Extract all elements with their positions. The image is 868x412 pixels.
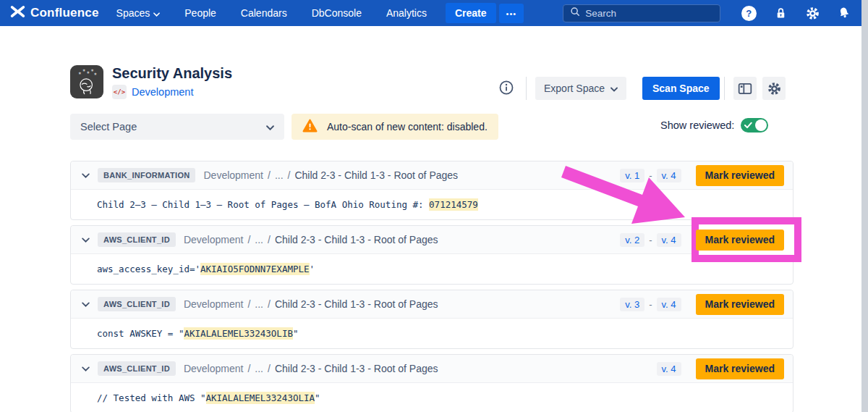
finding-card: AWS_CLIENT_ID Development / ... / Child … — [70, 290, 793, 349]
chevron-down-icon[interactable] — [82, 302, 90, 307]
svg-text:*: * — [82, 68, 85, 75]
finding-card: AWS_CLIENT_ID Development / ... / Child … — [70, 225, 793, 285]
finding-type-badge: BANK_INFORMATION — [98, 168, 195, 182]
nav-item-calendars[interactable]: Calendars — [241, 7, 287, 19]
show-reviewed-control: Show reviewed: — [660, 118, 768, 133]
mark-reviewed-button[interactable]: Mark reviewed — [696, 230, 785, 251]
mark-reviewed-button[interactable]: Mark reviewed — [696, 358, 785, 379]
chevron-down-icon[interactable] — [82, 173, 90, 178]
help-icon[interactable]: ? — [740, 4, 757, 22]
space-avatar[interactable]: ***** — [70, 65, 103, 98]
chevron-down-icon — [266, 121, 274, 133]
search-box[interactable] — [563, 4, 720, 22]
svg-text:*: * — [94, 72, 97, 78]
search-input[interactable] — [585, 8, 713, 19]
divider — [526, 77, 527, 100]
breadcrumb: Development / ... / Child 2-3 - Child 1-… — [184, 234, 438, 245]
bell-icon[interactable] — [835, 4, 853, 22]
version-range: v. 1 - v. 4 Mark reviewed — [620, 165, 784, 186]
sidebar-layout-button[interactable] — [733, 77, 757, 100]
version-link[interactable]: v. 4 — [657, 233, 681, 247]
breadcrumb-space[interactable]: Development — [184, 234, 244, 245]
confluence-mark-icon — [10, 5, 25, 22]
svg-text:*: * — [87, 70, 90, 77]
secret-highlight: AKIALALEMEL33243OLIB — [184, 327, 293, 340]
page-title: Security Analysis — [112, 65, 232, 82]
space-link[interactable]: Development — [132, 86, 193, 98]
finding-snippet: Child 2–3 – Child 1–3 – Root of Pages – … — [71, 190, 793, 219]
info-icon[interactable] — [498, 80, 516, 97]
show-reviewed-toggle[interactable] — [741, 118, 768, 133]
warning-icon — [302, 119, 318, 135]
check-icon — [744, 122, 752, 129]
breadcrumb-page[interactable]: Child 2-3 - Child 1-3 - Root of Pages — [275, 363, 438, 374]
finding-type-badge: AWS_CLIENT_ID — [98, 297, 176, 311]
window-edge — [861, 0, 868, 412]
breadcrumb-page[interactable]: Child 2-3 - Child 1-3 - Root of Pages — [275, 298, 438, 310]
finding-snippet: aws_access_key_id='AKIAIO5FODNN7EXAMPLE' — [71, 254, 793, 284]
space-settings-gear-button[interactable] — [762, 77, 786, 100]
chevron-down-icon[interactable] — [82, 237, 90, 243]
confluence-logo[interactable]: Confluence — [10, 5, 99, 22]
top-navbar: Confluence Spaces People Calendars DbCon… — [0, 0, 868, 26]
finding-header[interactable]: AWS_CLIENT_ID Development / ... / Child … — [71, 226, 793, 254]
mark-reviewed-button[interactable]: Mark reviewed — [696, 294, 785, 315]
more-menu-button[interactable]: ••• — [499, 4, 524, 23]
navbar-icon-cluster: ? — [740, 4, 868, 22]
finding-header[interactable]: AWS_CLIENT_ID Development / ... / Child … — [71, 290, 793, 319]
space-breadcrumb: </> Development — [112, 85, 193, 99]
finding-type-badge: AWS_CLIENT_ID — [98, 232, 176, 247]
svg-text:*: * — [78, 71, 81, 77]
breadcrumb-ellipsis[interactable]: ... — [275, 169, 284, 181]
finding-header[interactable]: BANK_INFORMATION Development / ... / Chi… — [71, 161, 793, 190]
show-reviewed-label: Show reviewed: — [660, 119, 734, 131]
create-button[interactable]: Create — [446, 3, 496, 23]
nav-item-people[interactable]: People — [184, 7, 216, 19]
breadcrumb-space[interactable]: Development — [184, 298, 244, 310]
breadcrumb-ellipsis[interactable]: ... — [255, 298, 263, 310]
brand-name: Confluence — [30, 6, 99, 20]
lock-icon[interactable] — [772, 4, 789, 22]
version-range: v. 3 - v. 4 Mark reviewed — [620, 294, 784, 315]
breadcrumb-ellipsis[interactable]: ... — [255, 234, 263, 245]
version-range: v. 2 - v. 4 Mark reviewed — [620, 230, 784, 251]
nav-item-analytics[interactable]: Analytics — [386, 7, 427, 19]
code-space-icon: </> — [112, 85, 127, 99]
chevron-down-icon — [153, 7, 160, 19]
version-link[interactable]: v. 3 — [620, 298, 644, 311]
secret-highlight: 071214579 — [429, 198, 478, 211]
version-link[interactable]: v. 2 — [620, 233, 644, 247]
autoscan-warning-banner: Auto-scan of new content: disabled. — [292, 114, 498, 140]
scan-space-button[interactable]: Scan Space — [642, 77, 720, 100]
breadcrumb: Development / ... / Child 2-3 - Child 1-… — [184, 298, 438, 310]
gear-icon[interactable] — [804, 4, 821, 22]
version-link[interactable]: v. 4 — [657, 298, 681, 311]
secret-highlight: AKIAIO5FODNN7EXAMPLE — [200, 263, 310, 275]
breadcrumb-ellipsis[interactable]: ... — [255, 363, 263, 374]
search-icon — [570, 7, 580, 20]
nav-item-dbconsole[interactable]: DbConsole — [312, 7, 362, 19]
breadcrumb-space[interactable]: Development — [184, 363, 244, 374]
export-space-button[interactable]: Export Space — [535, 77, 626, 100]
version-link[interactable]: v. 4 — [657, 169, 681, 182]
breadcrumb-page[interactable]: Child 2-3 - Child 1-3 - Root of Pages — [294, 169, 458, 181]
finding-card: BANK_INFORMATION Development / ... / Chi… — [70, 161, 793, 220]
breadcrumb: Development / ... / Child 2-3 - Child 1-… — [203, 169, 458, 181]
breadcrumb-page[interactable]: Child 2-3 - Child 1-3 - Root of Pages — [275, 234, 438, 245]
secret-highlight: AKIALALEMEL33243OLIA — [206, 392, 315, 404]
finding-type-badge: AWS_CLIENT_ID — [98, 361, 176, 376]
finding-header[interactable]: AWS_CLIENT_ID Development / ... / Child … — [71, 355, 793, 383]
confluence-security-page: Confluence Spaces People Calendars DbCon… — [0, 0, 868, 412]
nav-item-spaces[interactable]: Spaces — [116, 7, 161, 19]
version-range: v. 4 Mark reviewed — [657, 358, 785, 379]
select-page-dropdown[interactable]: Select Page — [70, 114, 284, 140]
version-link[interactable]: v. 1 — [620, 169, 644, 182]
finding-snippet: // Tested with AWS "AKIALALEMEL33243OLIA… — [71, 383, 793, 412]
mark-reviewed-button[interactable]: Mark reviewed — [696, 165, 785, 186]
breadcrumb-space[interactable]: Development — [203, 169, 263, 181]
chevron-down-icon[interactable] — [82, 366, 90, 371]
chevron-down-icon — [610, 83, 618, 94]
version-link[interactable]: v. 4 — [657, 362, 681, 376]
nav-menu: Spaces People Calendars DbConsole Analyt… — [116, 7, 427, 19]
finding-card: AWS_CLIENT_ID Development / ... / Child … — [70, 354, 793, 412]
